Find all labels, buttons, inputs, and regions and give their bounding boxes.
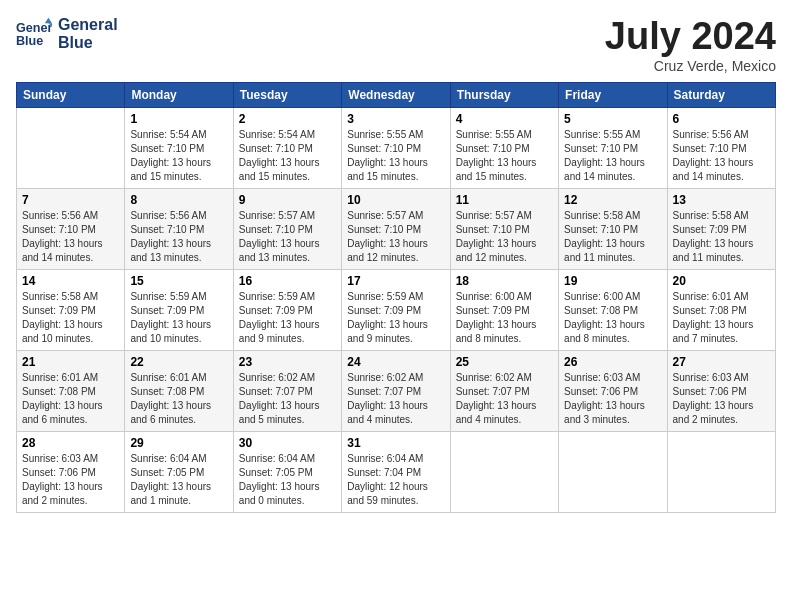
day-info: Sunrise: 6:03 AM Sunset: 7:06 PM Dayligh…: [673, 371, 770, 427]
day-info: Sunrise: 5:56 AM Sunset: 7:10 PM Dayligh…: [673, 128, 770, 184]
day-info: Sunrise: 6:02 AM Sunset: 7:07 PM Dayligh…: [456, 371, 553, 427]
day-info: Sunrise: 5:57 AM Sunset: 7:10 PM Dayligh…: [239, 209, 336, 265]
day-info: Sunrise: 6:01 AM Sunset: 7:08 PM Dayligh…: [22, 371, 119, 427]
calendar-cell: 23Sunrise: 6:02 AM Sunset: 7:07 PM Dayli…: [233, 350, 341, 431]
day-number: 8: [130, 193, 227, 207]
day-info: Sunrise: 5:54 AM Sunset: 7:10 PM Dayligh…: [130, 128, 227, 184]
day-number: 18: [456, 274, 553, 288]
title-section: July 2024 Cruz Verde, Mexico: [605, 16, 776, 74]
weekday-header-row: SundayMondayTuesdayWednesdayThursdayFrid…: [17, 82, 776, 107]
day-info: Sunrise: 6:00 AM Sunset: 7:08 PM Dayligh…: [564, 290, 661, 346]
page-header: General Blue General Blue July 2024 Cruz…: [16, 16, 776, 74]
weekday-header: Wednesday: [342, 82, 450, 107]
calendar-cell: 16Sunrise: 5:59 AM Sunset: 7:09 PM Dayli…: [233, 269, 341, 350]
calendar-cell: 27Sunrise: 6:03 AM Sunset: 7:06 PM Dayli…: [667, 350, 775, 431]
calendar-cell: 17Sunrise: 5:59 AM Sunset: 7:09 PM Dayli…: [342, 269, 450, 350]
month-year-title: July 2024: [605, 16, 776, 58]
weekday-header: Saturday: [667, 82, 775, 107]
day-info: Sunrise: 6:00 AM Sunset: 7:09 PM Dayligh…: [456, 290, 553, 346]
day-info: Sunrise: 5:59 AM Sunset: 7:09 PM Dayligh…: [130, 290, 227, 346]
day-number: 27: [673, 355, 770, 369]
day-number: 29: [130, 436, 227, 450]
day-number: 22: [130, 355, 227, 369]
day-number: 1: [130, 112, 227, 126]
day-number: 6: [673, 112, 770, 126]
calendar-cell: 8Sunrise: 5:56 AM Sunset: 7:10 PM Daylig…: [125, 188, 233, 269]
day-info: Sunrise: 6:01 AM Sunset: 7:08 PM Dayligh…: [130, 371, 227, 427]
day-info: Sunrise: 5:55 AM Sunset: 7:10 PM Dayligh…: [564, 128, 661, 184]
day-info: Sunrise: 6:04 AM Sunset: 7:05 PM Dayligh…: [130, 452, 227, 508]
day-number: 17: [347, 274, 444, 288]
day-number: 4: [456, 112, 553, 126]
day-info: Sunrise: 6:03 AM Sunset: 7:06 PM Dayligh…: [564, 371, 661, 427]
day-info: Sunrise: 5:57 AM Sunset: 7:10 PM Dayligh…: [456, 209, 553, 265]
calendar-cell: [559, 431, 667, 512]
calendar-cell: 29Sunrise: 6:04 AM Sunset: 7:05 PM Dayli…: [125, 431, 233, 512]
calendar-week-row: 1Sunrise: 5:54 AM Sunset: 7:10 PM Daylig…: [17, 107, 776, 188]
day-info: Sunrise: 5:58 AM Sunset: 7:09 PM Dayligh…: [673, 209, 770, 265]
calendar-cell: 28Sunrise: 6:03 AM Sunset: 7:06 PM Dayli…: [17, 431, 125, 512]
day-info: Sunrise: 5:56 AM Sunset: 7:10 PM Dayligh…: [22, 209, 119, 265]
calendar-cell: 22Sunrise: 6:01 AM Sunset: 7:08 PM Dayli…: [125, 350, 233, 431]
weekday-header: Sunday: [17, 82, 125, 107]
calendar-cell: 6Sunrise: 5:56 AM Sunset: 7:10 PM Daylig…: [667, 107, 775, 188]
calendar-week-row: 14Sunrise: 5:58 AM Sunset: 7:09 PM Dayli…: [17, 269, 776, 350]
calendar-week-row: 21Sunrise: 6:01 AM Sunset: 7:08 PM Dayli…: [17, 350, 776, 431]
day-number: 23: [239, 355, 336, 369]
day-info: Sunrise: 6:02 AM Sunset: 7:07 PM Dayligh…: [347, 371, 444, 427]
day-number: 2: [239, 112, 336, 126]
day-info: Sunrise: 6:02 AM Sunset: 7:07 PM Dayligh…: [239, 371, 336, 427]
day-number: 19: [564, 274, 661, 288]
calendar-cell: 30Sunrise: 6:04 AM Sunset: 7:05 PM Dayli…: [233, 431, 341, 512]
day-number: 24: [347, 355, 444, 369]
day-info: Sunrise: 6:03 AM Sunset: 7:06 PM Dayligh…: [22, 452, 119, 508]
logo-icon: General Blue: [16, 16, 52, 52]
calendar-cell: [17, 107, 125, 188]
day-number: 21: [22, 355, 119, 369]
calendar-cell: 26Sunrise: 6:03 AM Sunset: 7:06 PM Dayli…: [559, 350, 667, 431]
calendar-cell: 4Sunrise: 5:55 AM Sunset: 7:10 PM Daylig…: [450, 107, 558, 188]
calendar-cell: 10Sunrise: 5:57 AM Sunset: 7:10 PM Dayli…: [342, 188, 450, 269]
location-subtitle: Cruz Verde, Mexico: [605, 58, 776, 74]
calendar-cell: 9Sunrise: 5:57 AM Sunset: 7:10 PM Daylig…: [233, 188, 341, 269]
calendar-cell: 14Sunrise: 5:58 AM Sunset: 7:09 PM Dayli…: [17, 269, 125, 350]
day-info: Sunrise: 5:58 AM Sunset: 7:10 PM Dayligh…: [564, 209, 661, 265]
calendar-cell: 31Sunrise: 6:04 AM Sunset: 7:04 PM Dayli…: [342, 431, 450, 512]
day-number: 26: [564, 355, 661, 369]
day-info: Sunrise: 5:59 AM Sunset: 7:09 PM Dayligh…: [347, 290, 444, 346]
weekday-header: Monday: [125, 82, 233, 107]
calendar-cell: 5Sunrise: 5:55 AM Sunset: 7:10 PM Daylig…: [559, 107, 667, 188]
day-info: Sunrise: 6:04 AM Sunset: 7:05 PM Dayligh…: [239, 452, 336, 508]
day-number: 30: [239, 436, 336, 450]
calendar-cell: 20Sunrise: 6:01 AM Sunset: 7:08 PM Dayli…: [667, 269, 775, 350]
day-info: Sunrise: 5:55 AM Sunset: 7:10 PM Dayligh…: [456, 128, 553, 184]
day-number: 12: [564, 193, 661, 207]
day-info: Sunrise: 5:56 AM Sunset: 7:10 PM Dayligh…: [130, 209, 227, 265]
calendar-cell: [450, 431, 558, 512]
calendar-cell: 11Sunrise: 5:57 AM Sunset: 7:10 PM Dayli…: [450, 188, 558, 269]
day-info: Sunrise: 6:04 AM Sunset: 7:04 PM Dayligh…: [347, 452, 444, 508]
day-number: 5: [564, 112, 661, 126]
day-info: Sunrise: 5:57 AM Sunset: 7:10 PM Dayligh…: [347, 209, 444, 265]
day-number: 14: [22, 274, 119, 288]
calendar-cell: 18Sunrise: 6:00 AM Sunset: 7:09 PM Dayli…: [450, 269, 558, 350]
calendar-cell: 3Sunrise: 5:55 AM Sunset: 7:10 PM Daylig…: [342, 107, 450, 188]
day-number: 10: [347, 193, 444, 207]
calendar-cell: 1Sunrise: 5:54 AM Sunset: 7:10 PM Daylig…: [125, 107, 233, 188]
calendar-cell: 24Sunrise: 6:02 AM Sunset: 7:07 PM Dayli…: [342, 350, 450, 431]
day-number: 7: [22, 193, 119, 207]
day-number: 15: [130, 274, 227, 288]
calendar-cell: 2Sunrise: 5:54 AM Sunset: 7:10 PM Daylig…: [233, 107, 341, 188]
calendar-cell: 7Sunrise: 5:56 AM Sunset: 7:10 PM Daylig…: [17, 188, 125, 269]
calendar-cell: 19Sunrise: 6:00 AM Sunset: 7:08 PM Dayli…: [559, 269, 667, 350]
day-number: 9: [239, 193, 336, 207]
weekday-header: Tuesday: [233, 82, 341, 107]
calendar-cell: 21Sunrise: 6:01 AM Sunset: 7:08 PM Dayli…: [17, 350, 125, 431]
day-info: Sunrise: 5:58 AM Sunset: 7:09 PM Dayligh…: [22, 290, 119, 346]
calendar-cell: 15Sunrise: 5:59 AM Sunset: 7:09 PM Dayli…: [125, 269, 233, 350]
day-number: 3: [347, 112, 444, 126]
day-number: 28: [22, 436, 119, 450]
day-number: 13: [673, 193, 770, 207]
calendar-cell: [667, 431, 775, 512]
logo-text-general: General: [58, 16, 118, 34]
